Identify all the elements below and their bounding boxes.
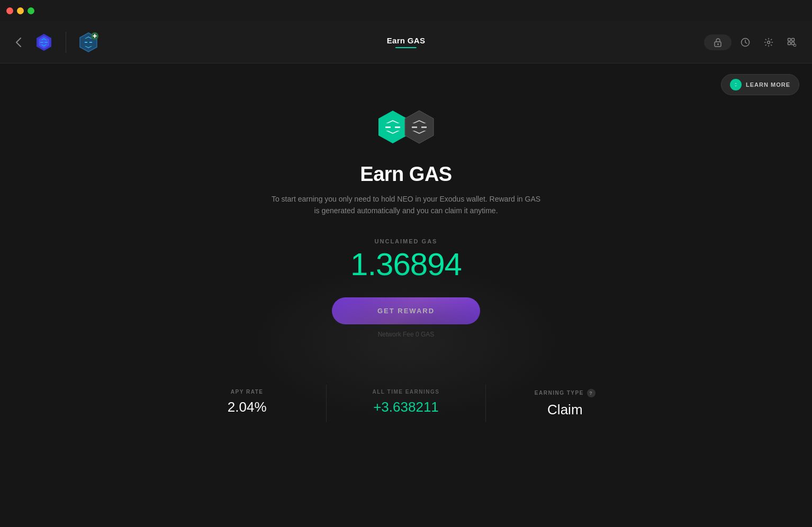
svg-rect-15: [792, 38, 795, 41]
hero-title: Earn GAS: [360, 163, 452, 186]
learn-more-icon: [730, 79, 742, 90]
grid-button[interactable]: [782, 33, 801, 52]
svg-rect-14: [788, 38, 791, 41]
network-fee-text: Network Fee 0 GAS: [378, 331, 435, 338]
learn-more-button[interactable]: LEARN MORE: [721, 74, 799, 95]
titlebar: [0, 0, 812, 21]
hero-description: To start earning you only need to hold N…: [268, 193, 544, 217]
svg-marker-19: [733, 81, 738, 88]
minimize-dot[interactable]: [17, 7, 24, 14]
header-left: [11, 31, 100, 54]
neo-add-icon[interactable]: [77, 31, 100, 54]
svg-rect-16: [788, 42, 791, 44]
earning-type-block: EARNING TYPE ? Claim: [486, 380, 644, 426]
hero-section: Earn GAS To start earning you only need …: [268, 106, 544, 370]
svg-rect-22: [395, 126, 400, 128]
svg-rect-2: [40, 42, 43, 43]
close-dot[interactable]: [6, 7, 13, 14]
window-controls: [6, 7, 34, 14]
unclaimed-label: UNCLAIMED GAS: [375, 238, 438, 244]
earning-type-label: EARNING TYPE ?: [535, 389, 596, 397]
earnings-value: +3.638211: [373, 399, 439, 415]
svg-rect-9: [94, 34, 95, 38]
svg-point-11: [717, 43, 719, 45]
back-button[interactable]: [11, 34, 26, 50]
header-divider: [66, 32, 66, 53]
apy-label: APY RATE: [231, 389, 264, 395]
settings-button[interactable]: [759, 33, 778, 52]
get-reward-button[interactable]: GET REWARD: [332, 297, 480, 324]
header-center: Earn GAS: [387, 36, 425, 48]
app-container: Earn GAS: [0, 21, 812, 527]
apy-rate-block: APY RATE 2.04%: [168, 380, 326, 426]
svg-marker-23: [405, 111, 434, 143]
unclaimed-value: 1.36894: [350, 249, 462, 280]
svg-point-13: [768, 41, 770, 43]
header: Earn GAS: [0, 21, 812, 63]
question-icon[interactable]: ?: [587, 389, 596, 397]
page-title: Earn GAS: [387, 36, 425, 45]
exodus-logo: [33, 31, 55, 53]
svg-rect-3: [44, 42, 48, 43]
svg-rect-25: [421, 126, 427, 128]
maximize-dot[interactable]: [28, 7, 34, 14]
bottom-stats: APY RATE 2.04% ALL TIME EARNINGS +3.6382…: [168, 380, 644, 426]
earnings-label: ALL TIME EARNINGS: [373, 389, 440, 395]
unclaimed-gas-section: UNCLAIMED GAS 1.36894: [350, 238, 462, 280]
apy-value: 2.04%: [228, 399, 267, 415]
title-underline: [395, 47, 417, 48]
main-content: LEARN MORE: [0, 63, 812, 527]
token-icon-pair: [374, 106, 438, 148]
earning-type-value: Claim: [547, 402, 582, 418]
svg-rect-6: [89, 42, 92, 43]
all-time-earnings-block: ALL TIME EARNINGS +3.638211: [327, 380, 485, 426]
gas-icon: [401, 108, 438, 146]
svg-rect-21: [385, 126, 391, 128]
svg-rect-24: [412, 126, 417, 128]
svg-rect-5: [85, 42, 87, 43]
lock-button[interactable]: [704, 34, 732, 50]
history-button[interactable]: [736, 33, 755, 52]
header-right: [704, 33, 801, 52]
learn-more-label: LEARN MORE: [746, 81, 790, 88]
